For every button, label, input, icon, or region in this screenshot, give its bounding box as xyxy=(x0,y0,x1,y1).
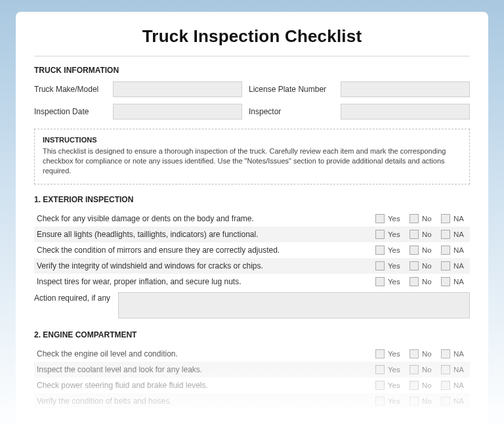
checkbox-icon xyxy=(375,397,385,406)
option-yes[interactable]: Yes xyxy=(375,277,404,286)
checkbox-icon xyxy=(441,381,450,390)
checkbox-icon xyxy=(410,397,419,406)
checkbox-icon xyxy=(441,261,450,270)
check-text: Inspect the coolant level and look for a… xyxy=(37,365,370,374)
checkbox-icon xyxy=(375,365,385,374)
title-rule xyxy=(34,56,470,56)
option-yes[interactable]: Yes xyxy=(375,230,404,239)
option-na[interactable]: NA xyxy=(441,381,467,390)
option-no[interactable]: No xyxy=(410,349,436,358)
checkbox-icon xyxy=(441,365,450,374)
section-2-heading: 2. ENGINE COMPARTMENT xyxy=(34,330,470,339)
checkbox-icon xyxy=(441,246,450,255)
checkbox-icon xyxy=(441,397,450,406)
checkbox-icon xyxy=(410,214,419,223)
checkbox-icon xyxy=(375,246,385,255)
checkbox-icon xyxy=(410,261,419,270)
option-na[interactable]: NA xyxy=(441,246,467,255)
check-text: Check for any visible damage or dents on… xyxy=(37,214,370,223)
option-yes[interactable]: Yes xyxy=(375,261,404,270)
option-no[interactable]: No xyxy=(410,214,436,223)
make-model-input[interactable] xyxy=(113,81,242,97)
checkbox-icon xyxy=(375,214,385,223)
instructions-box: INSTRUCTIONS This checklist is designed … xyxy=(34,129,470,184)
check-text: Check the engine oil level and condition… xyxy=(37,349,370,358)
check-text: Verify the integrity of windshield and w… xyxy=(37,261,370,270)
checkbox-icon xyxy=(410,230,419,239)
check-text: Inspect tires for wear, proper inflation… xyxy=(37,277,370,286)
check-row: Inspect the coolant level and look for a… xyxy=(34,362,470,378)
check-row: Inspect tires for wear, proper inflation… xyxy=(34,274,470,290)
option-no[interactable]: No xyxy=(410,365,436,374)
check-row: Verify the condition of belts and hoses.… xyxy=(34,393,470,409)
checkbox-icon xyxy=(441,349,450,358)
check-text: Verify the condition of belts and hoses. xyxy=(37,397,370,406)
date-input[interactable] xyxy=(113,104,242,119)
page-title: Truck Inspection Checklist xyxy=(34,26,470,47)
inspector-input[interactable] xyxy=(341,104,470,119)
checkbox-icon xyxy=(441,277,450,286)
option-no[interactable]: No xyxy=(410,277,436,286)
checkbox-icon xyxy=(410,277,419,286)
check-row: Verify the integrity of windshield and w… xyxy=(34,258,470,274)
check-row: Check power steering fluid and brake flu… xyxy=(34,378,470,393)
check-text: Ensure all lights (headlights, taillight… xyxy=(37,230,370,239)
check-text: Check the condition of mirrors and ensur… xyxy=(37,246,370,255)
option-na[interactable]: NA xyxy=(441,397,467,406)
option-yes[interactable]: Yes xyxy=(375,365,404,374)
checkbox-icon xyxy=(375,230,385,239)
option-na[interactable]: NA xyxy=(441,365,467,374)
checkbox-icon xyxy=(441,230,450,239)
check-text: Check power steering fluid and brake flu… xyxy=(37,381,370,390)
check-row: Ensure all lights (headlights, taillight… xyxy=(34,227,470,242)
checkbox-icon xyxy=(441,214,450,223)
document-sheet: Truck Inspection Checklist TRUCK INFORMA… xyxy=(16,12,488,432)
checkbox-icon xyxy=(375,277,385,286)
option-na[interactable]: NA xyxy=(441,214,467,223)
option-no[interactable]: No xyxy=(410,381,436,390)
check-row: Check for any visible damage or dents on… xyxy=(34,211,470,227)
check-row: Check the engine oil level and condition… xyxy=(34,346,470,362)
truck-info-grid: Truck Make/Model License Plate Number In… xyxy=(34,81,470,119)
checkbox-icon xyxy=(375,261,385,270)
option-na[interactable]: NA xyxy=(441,277,467,286)
check-row: Check the condition of mirrors and ensur… xyxy=(34,242,470,258)
option-na[interactable]: NA xyxy=(441,261,467,270)
checkbox-icon xyxy=(410,365,419,374)
truck-info-heading: TRUCK INFORMATION xyxy=(34,66,470,75)
section-1-heading: 1. EXTERIOR INSPECTION xyxy=(34,195,470,204)
option-na[interactable]: NA xyxy=(441,230,467,239)
option-yes[interactable]: Yes xyxy=(375,381,404,390)
option-yes[interactable]: Yes xyxy=(375,349,404,358)
option-no[interactable]: No xyxy=(410,230,436,239)
checkbox-icon xyxy=(410,381,419,390)
action-row: Action required, if any xyxy=(34,292,470,318)
option-na[interactable]: NA xyxy=(441,349,467,358)
option-yes[interactable]: Yes xyxy=(375,246,404,255)
checkbox-icon xyxy=(410,349,419,358)
option-yes[interactable]: Yes xyxy=(375,397,404,406)
checkbox-icon xyxy=(375,381,385,390)
option-no[interactable]: No xyxy=(410,397,436,406)
action-label: Action required, if any xyxy=(34,292,118,303)
option-no[interactable]: No xyxy=(410,261,436,270)
license-input[interactable] xyxy=(341,81,470,97)
inspector-label: Inspector xyxy=(249,107,334,116)
license-label: License Plate Number xyxy=(249,85,334,94)
instructions-title: INSTRUCTIONS xyxy=(43,136,461,144)
checkbox-icon xyxy=(375,349,385,358)
option-yes[interactable]: Yes xyxy=(375,214,404,223)
date-label: Inspection Date xyxy=(34,107,106,116)
instructions-body: This checklist is designed to ensure a t… xyxy=(43,146,461,176)
option-no[interactable]: No xyxy=(410,246,436,255)
make-model-label: Truck Make/Model xyxy=(34,85,106,94)
checkbox-icon xyxy=(410,246,419,255)
action-input[interactable] xyxy=(118,292,470,318)
